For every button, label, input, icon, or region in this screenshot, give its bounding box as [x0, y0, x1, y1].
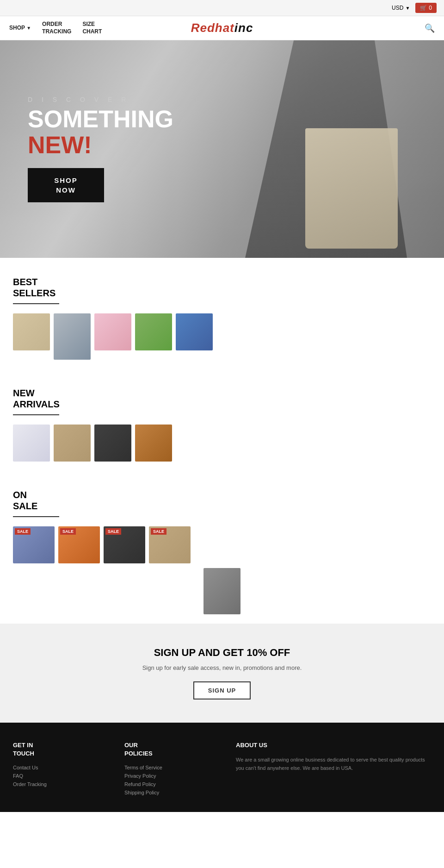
- footer-col3-title: ABOUT US: [236, 741, 431, 749]
- best-sellers-title: BEST SELLERS: [13, 276, 431, 299]
- on-sale-title: ON SALE: [13, 489, 431, 512]
- best-sellers-grid: [13, 313, 431, 360]
- best-sellers-divider: [13, 303, 59, 304]
- footer-shipping-link[interactable]: Shipping Policy: [124, 790, 222, 795]
- new-arrivals-divider: [13, 414, 59, 415]
- signup-title: SIGN UP AND GET 10% OFF: [9, 647, 435, 659]
- sale-product-1[interactable]: SALE: [13, 526, 55, 563]
- best-seller-product-4[interactable]: [135, 313, 172, 350]
- logo-red: Redhat: [191, 21, 234, 35]
- best-seller-product-1[interactable]: [13, 313, 50, 350]
- footer-our-policies: OUR POLICIES Terms of Service Privacy Po…: [124, 741, 222, 798]
- hero-something-text: SOMETHING: [28, 107, 173, 131]
- sale-product-3[interactable]: SALE: [104, 526, 145, 563]
- footer-get-in-touch: GET IN TOUCH Contact Us FAQ Order Tracki…: [13, 741, 111, 798]
- shop-nav-link[interactable]: SHOP ▼: [9, 25, 31, 32]
- best-seller-product-5[interactable]: [176, 313, 213, 350]
- new-arrival-product-4[interactable]: [135, 425, 172, 462]
- nav-left: SHOP ▼ ORDER TRACKING SIZE CHART: [9, 21, 102, 35]
- best-sellers-section: BEST SELLERS: [0, 258, 444, 369]
- footer-about-text: We are a small growing online business d…: [236, 756, 431, 772]
- cart-icon: 🛒: [420, 5, 427, 11]
- currency-selector[interactable]: USD ▼: [392, 5, 410, 11]
- best-seller-product-3[interactable]: [94, 313, 131, 350]
- on-sale-divider: [13, 516, 59, 517]
- footer-contact-us-link[interactable]: Contact Us: [13, 765, 111, 770]
- hero-bag-graphic: [305, 128, 398, 249]
- on-sale-grid: SALE SALE SALE SALE: [13, 526, 431, 563]
- footer-refund-link[interactable]: Refund Policy: [124, 781, 222, 787]
- new-arrival-product-1[interactable]: [13, 425, 50, 462]
- order-tracking-nav-link[interactable]: ORDER TRACKING: [42, 21, 71, 35]
- footer: GET IN TOUCH Contact Us FAQ Order Tracki…: [0, 723, 444, 812]
- nav-right: 🔍: [425, 23, 435, 33]
- footer-col1-title: GET IN TOUCH: [13, 741, 111, 758]
- signup-button[interactable]: SIGN UP: [193, 681, 251, 699]
- hero-new-text: NEW!: [28, 131, 173, 159]
- hero-banner: D I S C O V E R SOMETHING NEW! SHOPNOW: [0, 40, 444, 258]
- best-seller-product-2[interactable]: [54, 313, 91, 360]
- search-icon: 🔍: [425, 24, 435, 33]
- new-arrival-product-3[interactable]: [94, 425, 131, 462]
- sale-badge-2: SALE: [60, 528, 76, 535]
- hero-discover-text: D I S C O V E R: [28, 96, 173, 103]
- on-sale-section: ON SALE SALE SALE SALE SALE: [0, 471, 444, 624]
- cart-button[interactable]: 🛒 0: [415, 3, 437, 13]
- new-arrivals-title: NEW ARRIVALS: [13, 387, 431, 410]
- cart-count: 0: [429, 5, 432, 11]
- footer-terms-link[interactable]: Terms of Service: [124, 765, 222, 770]
- sale-product-4[interactable]: SALE: [149, 526, 191, 563]
- sale-product-5[interactable]: [204, 568, 240, 614]
- new-arrival-product-2[interactable]: [54, 425, 91, 462]
- footer-about-us: ABOUT US We are a small growing online b…: [236, 741, 431, 798]
- sale-product-2[interactable]: SALE: [58, 526, 100, 563]
- footer-faq-link[interactable]: FAQ: [13, 773, 111, 779]
- signup-section: SIGN UP AND GET 10% OFF Sign up for earl…: [0, 624, 444, 723]
- main-nav: SHOP ▼ ORDER TRACKING SIZE CHART Redhati…: [0, 16, 444, 40]
- footer-col2-title: OUR POLICIES: [124, 741, 222, 758]
- currency-label: USD: [392, 5, 403, 11]
- sale-badge-4: SALE: [151, 528, 166, 535]
- sale-badge-1: SALE: [15, 528, 31, 535]
- chevron-down-icon: ▼: [405, 6, 410, 11]
- size-chart-nav-link[interactable]: SIZE CHART: [82, 21, 102, 35]
- logo-black: inc: [234, 21, 253, 35]
- footer-privacy-link[interactable]: Privacy Policy: [124, 773, 222, 779]
- new-arrivals-section: NEW ARRIVALS: [0, 369, 444, 471]
- sale-badge-3: SALE: [105, 528, 121, 535]
- hero-shop-now-button[interactable]: SHOPNOW: [28, 168, 104, 202]
- site-logo[interactable]: Redhatinc: [191, 21, 253, 35]
- new-arrivals-grid: [13, 425, 431, 462]
- hero-text-block: D I S C O V E R SOMETHING NEW! SHOPNOW: [0, 96, 201, 202]
- signup-subtitle: Sign up for early sale access, new in, p…: [9, 664, 435, 671]
- search-button[interactable]: 🔍: [425, 23, 435, 33]
- footer-order-tracking-link[interactable]: Order Tracking: [13, 781, 111, 787]
- top-bar: USD ▼ 🛒 0: [0, 0, 444, 16]
